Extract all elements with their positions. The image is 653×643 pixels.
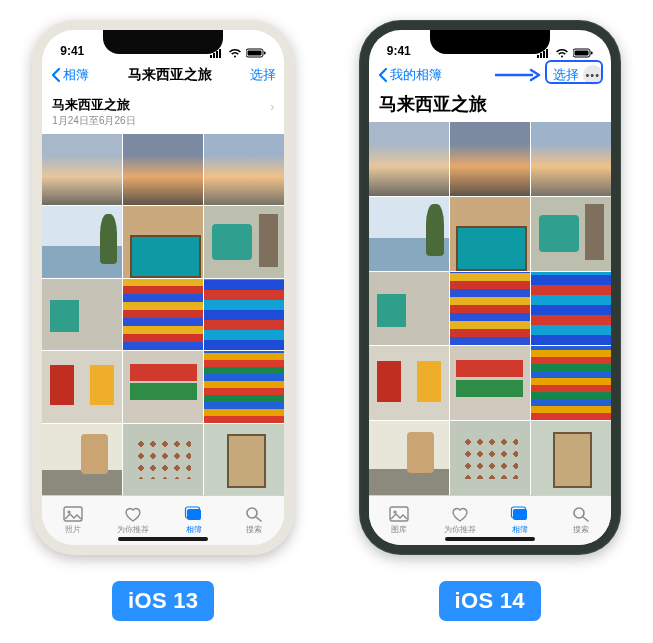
status-time: 9:41 xyxy=(387,44,411,58)
status-icons xyxy=(210,48,266,58)
album-title: 马来西亚之旅 xyxy=(52,96,274,114)
albums-icon xyxy=(184,506,204,522)
chevron-left-icon xyxy=(50,67,63,83)
photo-thumbnail[interactable] xyxy=(204,351,284,422)
photo-thumbnail[interactable] xyxy=(123,206,203,277)
photo-thumbnail[interactable] xyxy=(204,206,284,277)
photo-thumbnail[interactable] xyxy=(450,122,530,196)
photo-thumbnail[interactable] xyxy=(123,279,203,350)
nav-bar: 我的相簿 选择 ••• xyxy=(369,60,611,90)
album-header[interactable]: › 马来西亚之旅 1月24日至6月26日 xyxy=(42,90,284,134)
photo-thumbnail[interactable] xyxy=(42,279,122,350)
nav-bar: 相簿 马来西亚之旅 选择 xyxy=(42,60,284,90)
status-bar: 9:41 xyxy=(42,30,284,60)
photo-thumbnail[interactable] xyxy=(42,206,122,277)
heart-icon xyxy=(123,506,143,522)
photo-thumbnail[interactable] xyxy=(204,424,284,495)
photo-thumbnail[interactable] xyxy=(369,421,449,495)
photo-thumbnail[interactable] xyxy=(123,351,203,422)
tab-search[interactable]: 搜索 xyxy=(550,496,611,545)
tab-search[interactable]: 搜索 xyxy=(224,496,285,545)
tab-label: 搜索 xyxy=(246,524,262,535)
svg-rect-1 xyxy=(213,53,215,58)
photo-thumbnail[interactable] xyxy=(531,272,611,346)
svg-rect-20 xyxy=(390,507,408,521)
tab-library[interactable]: 图库 xyxy=(369,496,430,545)
home-indicator[interactable] xyxy=(118,537,208,541)
svg-rect-14 xyxy=(540,53,542,58)
album-date-range: 1月24日至6月26日 xyxy=(52,114,274,128)
photo-thumbnail[interactable] xyxy=(42,424,122,495)
albums-icon xyxy=(510,506,530,522)
back-button[interactable]: 我的相簿 xyxy=(377,66,442,84)
tab-label: 为你推荐 xyxy=(444,524,476,535)
svg-rect-5 xyxy=(248,51,262,56)
screen: 9:41 相簿 马来西亚之旅 选择 xyxy=(42,30,284,545)
svg-point-21 xyxy=(393,510,396,513)
svg-rect-19 xyxy=(591,52,593,55)
photo-thumbnail[interactable] xyxy=(531,346,611,420)
back-button[interactable]: 相簿 xyxy=(50,66,89,84)
photo-thumbnail[interactable] xyxy=(450,197,530,271)
photo-thumbnail[interactable] xyxy=(450,421,530,495)
version-badge: iOS 13 xyxy=(112,581,214,621)
tab-label: 相簿 xyxy=(186,524,202,535)
status-bar: 9:41 xyxy=(369,30,611,60)
status-time: 9:41 xyxy=(60,44,84,58)
annotation-arrow-icon xyxy=(493,68,541,82)
photo-thumbnail[interactable] xyxy=(450,272,530,346)
phone-ios14: 9:41 我的相簿 选 xyxy=(359,20,621,621)
photo-thumbnail[interactable] xyxy=(531,122,611,196)
photo-grid[interactable] xyxy=(42,134,284,495)
photo-thumbnail[interactable] xyxy=(204,134,284,205)
album-header: 马来西亚之旅 xyxy=(369,90,611,122)
signal-icon xyxy=(210,48,224,58)
tab-label: 为你推荐 xyxy=(117,524,149,535)
photo-thumbnail[interactable] xyxy=(369,346,449,420)
back-label: 相簿 xyxy=(63,66,89,84)
nav-title: 马来西亚之旅 xyxy=(89,66,250,84)
photo-thumbnail[interactable] xyxy=(123,424,203,495)
battery-icon xyxy=(573,48,593,58)
photo-thumbnail[interactable] xyxy=(531,197,611,271)
search-icon xyxy=(571,506,591,522)
svg-point-8 xyxy=(67,510,70,513)
photo-thumbnail[interactable] xyxy=(531,421,611,495)
screen: 9:41 我的相簿 选 xyxy=(369,30,611,545)
device-frame: 9:41 我的相簿 选 xyxy=(359,20,621,555)
svg-rect-16 xyxy=(546,49,548,58)
search-icon xyxy=(244,506,264,522)
tab-label: 图库 xyxy=(391,524,407,535)
photos-icon xyxy=(389,506,409,522)
svg-rect-0 xyxy=(210,55,212,58)
select-button[interactable]: 选择 xyxy=(250,66,276,84)
photo-thumbnail[interactable] xyxy=(369,122,449,196)
heart-icon xyxy=(450,506,470,522)
tab-photos[interactable]: 照片 xyxy=(42,496,103,545)
more-button[interactable]: ••• xyxy=(583,65,603,85)
tab-label: 搜索 xyxy=(573,524,589,535)
tab-label: 相簿 xyxy=(512,524,528,535)
select-button[interactable]: 选择 xyxy=(553,66,579,84)
photo-thumbnail[interactable] xyxy=(204,279,284,350)
svg-rect-7 xyxy=(64,507,82,521)
photo-thumbnail[interactable] xyxy=(42,134,122,205)
version-badge: iOS 14 xyxy=(439,581,541,621)
ellipsis-icon: ••• xyxy=(585,69,600,81)
photo-grid[interactable] xyxy=(369,122,611,495)
photo-thumbnail[interactable] xyxy=(123,134,203,205)
home-indicator[interactable] xyxy=(445,537,535,541)
svg-rect-15 xyxy=(543,51,545,58)
svg-rect-6 xyxy=(264,52,266,55)
photo-thumbnail[interactable] xyxy=(42,351,122,422)
photo-thumbnail[interactable] xyxy=(369,272,449,346)
wifi-icon xyxy=(228,48,242,58)
wifi-icon xyxy=(555,48,569,58)
photo-thumbnail[interactable] xyxy=(450,346,530,420)
photo-thumbnail[interactable] xyxy=(369,197,449,271)
battery-icon xyxy=(246,48,266,58)
device-frame: 9:41 相簿 马来西亚之旅 选择 xyxy=(32,20,294,555)
album-title: 马来西亚之旅 xyxy=(379,92,601,116)
svg-rect-13 xyxy=(537,55,539,58)
svg-rect-3 xyxy=(219,49,221,58)
